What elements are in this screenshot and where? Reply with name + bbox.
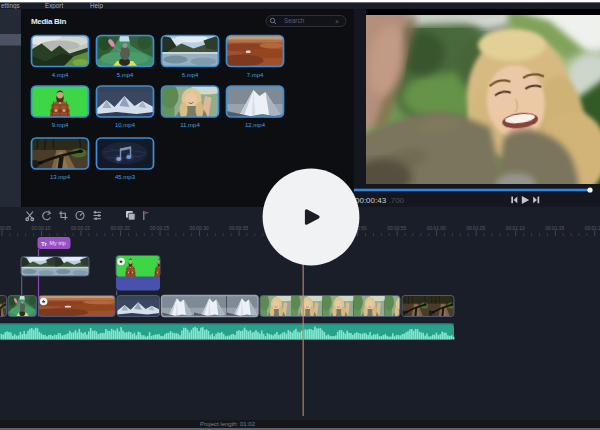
svg-text:5.mp4: 5.mp4 [117, 72, 134, 78]
svg-text:My trip: My trip [50, 240, 66, 246]
svg-text:00:01:20: 00:01:20 [585, 226, 600, 231]
svg-text:7.mp4: 7.mp4 [247, 72, 264, 78]
svg-text:00:00:30: 00:00:30 [190, 226, 209, 231]
svg-text:Search: Search [284, 17, 305, 24]
svg-text:00:00:10: 00:00:10 [31, 226, 50, 231]
svg-text:6.mp4: 6.mp4 [182, 72, 199, 78]
svg-text:×: × [335, 18, 339, 25]
svg-text:00:01:15: 00:01:15 [545, 226, 564, 231]
svg-text:00:01:10: 00:01:10 [506, 226, 525, 231]
svg-text:00:00:15: 00:00:15 [71, 226, 90, 231]
svg-text:00:00:20: 00:00:20 [111, 226, 130, 231]
svg-text:11.mp4: 11.mp4 [180, 122, 200, 128]
svg-text:00:00:55: 00:00:55 [387, 226, 406, 231]
svg-text:00:00:25: 00:00:25 [150, 226, 169, 231]
svg-text:ettings: ettings [1, 2, 20, 10]
svg-text:00:00:43: 00:00:43 [355, 196, 387, 205]
svg-text:.700: .700 [389, 196, 405, 205]
svg-text:00:00:05: 00:00:05 [0, 226, 11, 231]
svg-text:13.mp4: 13.mp4 [50, 174, 71, 180]
svg-text:00:01:00: 00:01:00 [427, 226, 446, 231]
svg-text:9.mp4: 9.mp4 [52, 122, 69, 128]
svg-text:Tr: Tr [41, 240, 47, 247]
svg-text:00:01:05: 00:01:05 [466, 226, 485, 231]
svg-text:00:00:35: 00:00:35 [229, 226, 248, 231]
svg-text:Export: Export [45, 2, 63, 10]
svg-text:12.mp4: 12.mp4 [245, 122, 266, 128]
svg-text:Help: Help [90, 2, 103, 10]
svg-text:45.mp3: 45.mp3 [115, 174, 136, 180]
svg-text:4.mp4: 4.mp4 [52, 72, 69, 78]
svg-text:Media Bin: Media Bin [31, 17, 66, 26]
svg-text:Project length: 01:02: Project length: 01:02 [200, 421, 256, 427]
svg-text:10.mp4: 10.mp4 [115, 122, 136, 128]
